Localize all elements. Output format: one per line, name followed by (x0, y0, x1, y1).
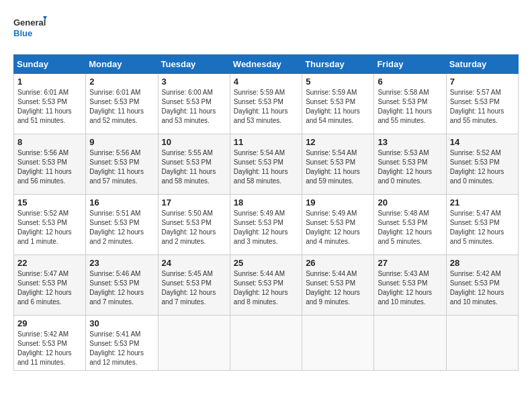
calendar-cell: 23Sunrise: 5:46 AM Sunset: 5:53 PM Dayli… (86, 255, 158, 316)
day-number: 4 (234, 77, 298, 87)
calendar-cell: 25Sunrise: 5:44 AM Sunset: 5:53 PM Dayli… (230, 255, 302, 316)
day-info: Sunrise: 5:41 AM Sunset: 5:53 PM Dayligh… (89, 330, 154, 367)
weekday-header-saturday: Saturday (446, 55, 518, 74)
day-number: 23 (89, 258, 154, 268)
calendar-cell: 7Sunrise: 5:57 AM Sunset: 5:53 PM Daylig… (446, 74, 518, 134)
calendar-cell: 17Sunrise: 5:50 AM Sunset: 5:53 PM Dayli… (158, 195, 230, 255)
calendar-cell: 22Sunrise: 5:47 AM Sunset: 5:53 PM Dayli… (14, 255, 86, 316)
day-info: Sunrise: 5:47 AM Sunset: 5:53 PM Dayligh… (450, 209, 515, 246)
page-header: General Blue (13, 13, 519, 44)
calendar-cell: 6Sunrise: 5:58 AM Sunset: 5:53 PM Daylig… (374, 74, 446, 134)
calendar-cell: 19Sunrise: 5:49 AM Sunset: 5:53 PM Dayli… (302, 195, 374, 255)
calendar-cell: 4Sunrise: 5:59 AM Sunset: 5:53 PM Daylig… (230, 74, 302, 134)
calendar-cell: 18Sunrise: 5:49 AM Sunset: 5:53 PM Dayli… (230, 195, 302, 255)
day-info: Sunrise: 5:45 AM Sunset: 5:53 PM Dayligh… (162, 269, 226, 307)
day-info: Sunrise: 5:56 AM Sunset: 5:53 PM Dayligh… (89, 148, 154, 186)
weekday-header-thursday: Thursday (302, 55, 374, 74)
calendar-cell: 24Sunrise: 5:45 AM Sunset: 5:53 PM Dayli… (158, 255, 230, 316)
weekday-header-friday: Friday (374, 55, 446, 74)
calendar-cell: 2Sunrise: 6:01 AM Sunset: 5:53 PM Daylig… (86, 74, 158, 134)
day-info: Sunrise: 6:00 AM Sunset: 5:53 PM Dayligh… (162, 88, 226, 126)
day-number: 20 (378, 197, 442, 208)
day-number: 28 (450, 258, 515, 268)
calendar-cell: 13Sunrise: 5:53 AM Sunset: 5:53 PM Dayli… (374, 134, 446, 195)
logo-svg: General Blue (13, 13, 47, 44)
calendar-week-4: 22Sunrise: 5:47 AM Sunset: 5:53 PM Dayli… (14, 255, 519, 316)
day-info: Sunrise: 5:42 AM Sunset: 5:53 PM Dayligh… (17, 330, 82, 367)
day-info: Sunrise: 5:54 AM Sunset: 5:53 PM Dayligh… (306, 148, 370, 186)
svg-text:General: General (13, 17, 46, 28)
day-info: Sunrise: 5:59 AM Sunset: 5:53 PM Dayligh… (306, 88, 370, 126)
calendar-cell: 27Sunrise: 5:43 AM Sunset: 5:53 PM Dayli… (374, 255, 446, 316)
weekday-header-sunday: Sunday (14, 55, 86, 74)
calendar-cell (446, 316, 518, 371)
day-number: 24 (162, 258, 226, 268)
calendar-cell: 21Sunrise: 5:47 AM Sunset: 5:53 PM Dayli… (446, 195, 518, 255)
calendar-cell: 9Sunrise: 5:56 AM Sunset: 5:53 PM Daylig… (86, 134, 158, 195)
calendar-week-2: 8Sunrise: 5:56 AM Sunset: 5:53 PM Daylig… (14, 134, 519, 195)
day-info: Sunrise: 5:43 AM Sunset: 5:53 PM Dayligh… (378, 269, 442, 307)
weekday-header-monday: Monday (86, 55, 158, 74)
day-info: Sunrise: 5:57 AM Sunset: 5:53 PM Dayligh… (450, 88, 515, 126)
day-info: Sunrise: 5:53 AM Sunset: 5:53 PM Dayligh… (378, 148, 442, 186)
day-number: 25 (234, 258, 298, 268)
day-number: 9 (89, 137, 154, 147)
calendar-cell: 3Sunrise: 6:00 AM Sunset: 5:53 PM Daylig… (158, 74, 230, 134)
weekday-header-wednesday: Wednesday (230, 55, 302, 74)
day-info: Sunrise: 5:50 AM Sunset: 5:53 PM Dayligh… (162, 209, 226, 246)
day-number: 3 (162, 77, 226, 87)
day-number: 11 (234, 137, 298, 147)
weekday-header-row: SundayMondayTuesdayWednesdayThursdayFrid… (14, 55, 519, 74)
day-info: Sunrise: 5:58 AM Sunset: 5:53 PM Dayligh… (378, 88, 442, 126)
day-number: 7 (450, 77, 515, 87)
day-info: Sunrise: 6:01 AM Sunset: 5:53 PM Dayligh… (17, 88, 82, 126)
day-info: Sunrise: 5:52 AM Sunset: 5:53 PM Dayligh… (450, 148, 515, 186)
calendar-cell: 14Sunrise: 5:52 AM Sunset: 5:53 PM Dayli… (446, 134, 518, 195)
day-info: Sunrise: 5:55 AM Sunset: 5:53 PM Dayligh… (162, 148, 226, 186)
day-number: 15 (17, 197, 82, 208)
day-info: Sunrise: 6:01 AM Sunset: 5:53 PM Dayligh… (89, 88, 154, 126)
day-number: 1 (17, 77, 82, 87)
day-number: 6 (378, 77, 442, 87)
day-info: Sunrise: 5:49 AM Sunset: 5:53 PM Dayligh… (306, 209, 370, 246)
day-info: Sunrise: 5:59 AM Sunset: 5:53 PM Dayligh… (234, 88, 298, 126)
day-number: 8 (17, 137, 82, 147)
logo: General Blue (13, 13, 47, 44)
day-number: 30 (89, 318, 154, 328)
calendar-cell (158, 316, 230, 371)
day-number: 18 (234, 197, 298, 208)
day-number: 26 (306, 258, 370, 268)
day-number: 22 (17, 258, 82, 268)
day-number: 19 (306, 197, 370, 208)
day-number: 27 (378, 258, 442, 268)
day-number: 2 (89, 77, 154, 87)
day-info: Sunrise: 5:54 AM Sunset: 5:53 PM Dayligh… (234, 148, 298, 186)
svg-text:Blue: Blue (13, 28, 32, 38)
day-number: 14 (450, 137, 515, 147)
day-number: 29 (17, 318, 82, 328)
day-number: 21 (450, 197, 515, 208)
day-number: 17 (162, 197, 226, 208)
day-number: 16 (89, 197, 154, 208)
day-info: Sunrise: 5:47 AM Sunset: 5:53 PM Dayligh… (17, 269, 82, 307)
day-info: Sunrise: 5:44 AM Sunset: 5:53 PM Dayligh… (306, 269, 370, 307)
calendar-cell: 30Sunrise: 5:41 AM Sunset: 5:53 PM Dayli… (86, 316, 158, 371)
day-number: 5 (306, 77, 370, 87)
calendar-cell: 8Sunrise: 5:56 AM Sunset: 5:53 PM Daylig… (14, 134, 86, 195)
calendar-week-3: 15Sunrise: 5:52 AM Sunset: 5:53 PM Dayli… (14, 195, 519, 255)
day-number: 10 (162, 137, 226, 147)
day-info: Sunrise: 5:49 AM Sunset: 5:53 PM Dayligh… (234, 209, 298, 246)
day-info: Sunrise: 5:48 AM Sunset: 5:53 PM Dayligh… (378, 209, 442, 246)
calendar-cell: 11Sunrise: 5:54 AM Sunset: 5:53 PM Dayli… (230, 134, 302, 195)
day-number: 13 (378, 137, 442, 147)
calendar-week-1: 1Sunrise: 6:01 AM Sunset: 5:53 PM Daylig… (14, 74, 519, 134)
calendar-cell: 10Sunrise: 5:55 AM Sunset: 5:53 PM Dayli… (158, 134, 230, 195)
calendar-cell (374, 316, 446, 371)
calendar-cell: 1Sunrise: 6:01 AM Sunset: 5:53 PM Daylig… (14, 74, 86, 134)
calendar-cell: 20Sunrise: 5:48 AM Sunset: 5:53 PM Dayli… (374, 195, 446, 255)
calendar-cell (302, 316, 374, 371)
day-info: Sunrise: 5:46 AM Sunset: 5:53 PM Dayligh… (89, 269, 154, 307)
calendar-cell (230, 316, 302, 371)
day-number: 12 (306, 137, 370, 147)
calendar-cell: 12Sunrise: 5:54 AM Sunset: 5:53 PM Dayli… (302, 134, 374, 195)
